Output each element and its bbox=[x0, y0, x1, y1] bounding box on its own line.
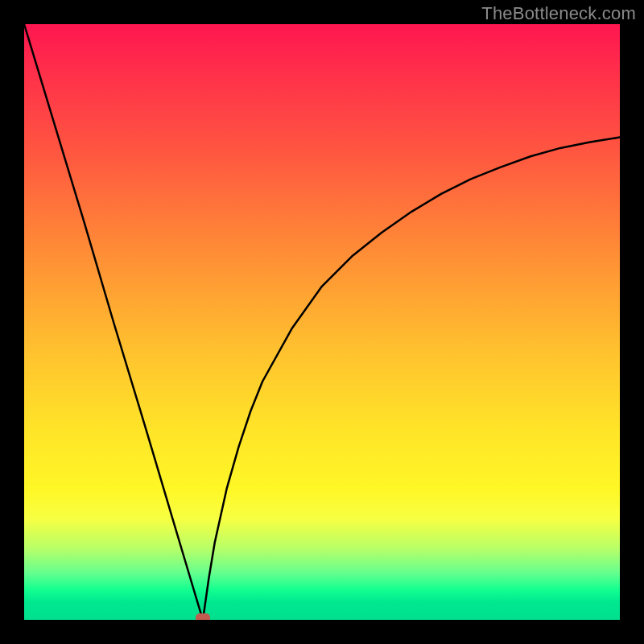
chart-frame: TheBottleneck.com bbox=[0, 0, 644, 644]
curve-left-branch bbox=[24, 24, 203, 620]
watermark-text: TheBottleneck.com bbox=[481, 3, 636, 24]
curve-right-branch bbox=[203, 138, 620, 620]
curve-layer bbox=[24, 24, 620, 620]
plot-area bbox=[24, 24, 620, 620]
minimum-marker bbox=[196, 613, 210, 620]
